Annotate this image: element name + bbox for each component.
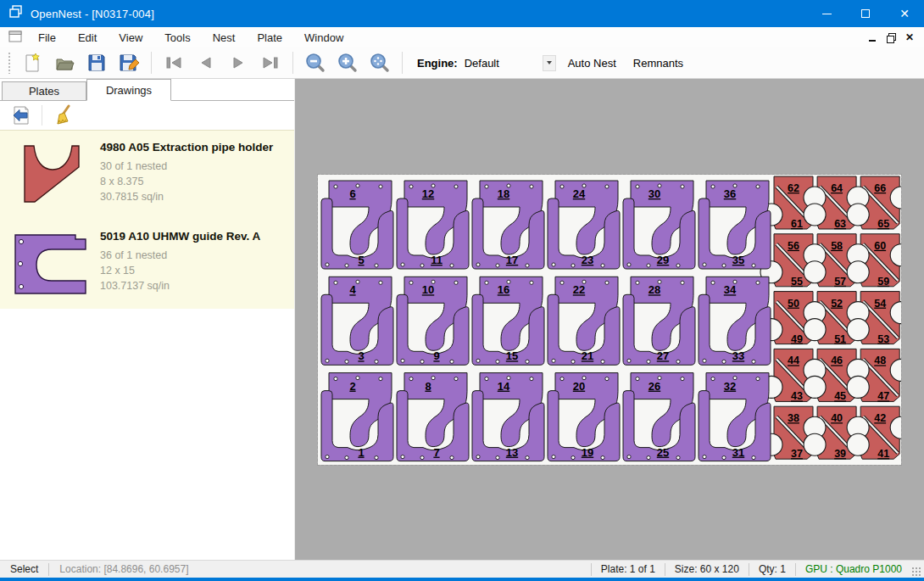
svg-text:15: 15 (506, 349, 518, 362)
engine-dropdown-button[interactable] (543, 55, 556, 71)
svg-text:46: 46 (831, 355, 843, 366)
save-icon (86, 52, 108, 74)
first-plate-button[interactable] (158, 50, 190, 75)
close-button[interactable]: ✕ (885, 0, 924, 27)
zoom-in-icon (337, 52, 359, 74)
svg-text:30: 30 (648, 187, 660, 200)
last-plate-button[interactable] (254, 50, 287, 75)
svg-text:8: 8 (425, 380, 431, 393)
menu-edit[interactable]: Edit (67, 29, 108, 47)
menu-plate[interactable]: Plate (246, 29, 293, 47)
drawing-item-1[interactable]: 4980 A05 Extraction pipe holder 30 of 1 … (0, 131, 294, 220)
mdi-minimize-icon (869, 40, 876, 42)
svg-text:22: 22 (573, 283, 585, 296)
svg-text:33: 33 (732, 349, 744, 362)
svg-text:43: 43 (791, 390, 803, 402)
plate[interactable]: 6261646366655655585760595049525154534443… (318, 175, 901, 465)
zoom-out-button[interactable] (299, 50, 331, 75)
svg-text:55: 55 (791, 276, 803, 288)
svg-text:62: 62 (788, 182, 799, 194)
auto-nest-button[interactable]: Auto Nest (559, 52, 625, 75)
svg-text:41: 41 (877, 448, 889, 460)
new-icon (21, 52, 43, 74)
status-gpu: GPU : Quadro P1000 (796, 563, 911, 575)
zoom-in-button[interactable] (331, 50, 364, 75)
svg-text:6: 6 (349, 187, 355, 200)
nest-canvas[interactable]: 6261646366655655585760595049525154534443… (295, 79, 924, 560)
zoom-out-icon (304, 52, 326, 74)
clear-icon (52, 104, 74, 126)
title-bar: OpenNest - [N0317-004] ✕ (0, 0, 924, 27)
menu-file[interactable]: File (27, 29, 67, 47)
drawing-list: 4980 A05 Extraction pipe holder 30 of 1 … (0, 130, 294, 309)
svg-text:10: 10 (422, 283, 434, 296)
menu-window[interactable]: Window (293, 29, 354, 47)
toolbar-grip (8, 52, 12, 74)
engine-combobox[interactable]: Default (465, 55, 559, 71)
status-plate: Plate: 1 of 1 (592, 563, 665, 575)
mdi-restore-button[interactable] (882, 29, 900, 46)
mdi-minimize-button[interactable] (863, 29, 882, 46)
drawing-thumbnail-red (8, 137, 93, 216)
svg-text:2: 2 (349, 380, 355, 393)
status-bar: Select Location: [84.8696, 60.6957] Plat… (0, 560, 924, 578)
svg-text:37: 37 (791, 448, 803, 460)
clear-button[interactable] (48, 103, 77, 128)
svg-text:39: 39 (834, 448, 846, 460)
svg-text:35: 35 (732, 254, 744, 266)
engine-label: Engine: (417, 57, 458, 70)
mdi-close-button[interactable]: ✕ (900, 29, 919, 46)
zoom-fit-button[interactable] (364, 50, 396, 75)
svg-text:61: 61 (791, 218, 803, 230)
svg-text:47: 47 (877, 390, 889, 402)
svg-text:31: 31 (732, 446, 744, 459)
svg-text:9: 9 (433, 349, 439, 362)
tab-drawings[interactable]: Drawings (86, 79, 171, 101)
chevron-down-icon (547, 61, 552, 64)
svg-text:20: 20 (573, 380, 585, 393)
svg-text:3: 3 (358, 349, 364, 362)
drawing-area: 103.7137 sq/in (100, 278, 260, 293)
next-plate-button[interactable] (222, 50, 254, 75)
drawing-size: 8 x 8.375 (100, 174, 273, 189)
resize-grip[interactable] (911, 567, 921, 577)
menu-view[interactable]: View (108, 29, 153, 47)
first-plate-icon (163, 52, 185, 74)
toolbar-separator (151, 52, 152, 74)
import-drawing-icon (10, 104, 32, 126)
drawing-nested-count: 36 of 1 nested (100, 248, 260, 263)
tab-plates[interactable]: Plates (2, 81, 86, 100)
maximize-button[interactable] (846, 0, 885, 27)
minimize-icon (822, 14, 832, 14)
svg-text:4: 4 (349, 283, 356, 296)
open-icon (53, 52, 75, 74)
svg-text:65: 65 (877, 218, 889, 230)
new-button[interactable] (16, 50, 48, 75)
save-as-button[interactable] (113, 50, 145, 75)
previous-plate-button[interactable] (190, 50, 222, 75)
drawing-size: 12 x 15 (100, 263, 260, 278)
minimize-button[interactable] (807, 0, 846, 27)
import-drawing-button[interactable] (7, 103, 36, 128)
svg-text:36: 36 (724, 187, 736, 200)
menu-nest[interactable]: Nest (202, 29, 247, 47)
drawing-item-2[interactable]: 5019 A10 UHMW guide Rev. A 36 of 1 neste… (0, 220, 294, 309)
svg-text:28: 28 (648, 283, 660, 296)
svg-text:19: 19 (582, 446, 593, 459)
svg-text:21: 21 (582, 349, 593, 362)
mdi-restore-icon (887, 33, 895, 42)
remnants-button[interactable]: Remnants (625, 52, 692, 75)
svg-text:44: 44 (788, 355, 799, 366)
save-button[interactable] (81, 50, 113, 75)
svg-text:49: 49 (791, 333, 803, 345)
svg-text:64: 64 (831, 182, 843, 194)
window-bottom-edge (0, 578, 924, 581)
svg-text:53: 53 (877, 333, 889, 345)
engine-value: Default (465, 57, 543, 70)
status-qty: Qty: 1 (749, 563, 795, 575)
drawing-area: 30.7815 sq/in (100, 189, 273, 204)
menu-tools[interactable]: Tools (153, 29, 201, 47)
open-button[interactable] (48, 50, 81, 75)
svg-text:14: 14 (498, 380, 510, 393)
svg-text:26: 26 (648, 380, 660, 393)
